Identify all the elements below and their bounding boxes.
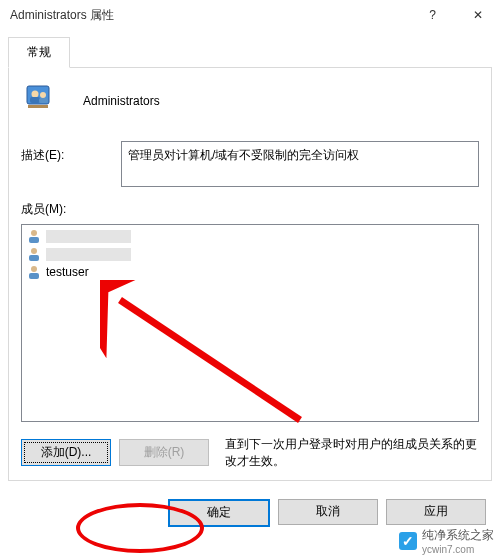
group-icon <box>25 82 59 119</box>
apply-button[interactable]: 应用 <box>386 499 486 525</box>
member-name: testuser <box>46 265 89 279</box>
member-name <box>46 248 131 261</box>
dialog-buttons: 确定 取消 应用 <box>0 489 500 537</box>
description-label: 描述(E): <box>21 141 121 164</box>
ok-button[interactable]: 确定 <box>168 499 270 527</box>
content: 常规 Administrators 描述(E): 成员(M): <box>0 30 500 489</box>
svg-point-10 <box>31 266 37 272</box>
help-button[interactable]: ? <box>410 0 455 30</box>
user-icon <box>26 228 42 244</box>
description-input[interactable] <box>121 141 479 187</box>
tab-general[interactable]: 常规 <box>8 37 70 68</box>
svg-rect-9 <box>29 255 39 261</box>
svg-point-1 <box>32 91 39 98</box>
window-title: Administrators 属性 <box>10 7 410 24</box>
svg-point-8 <box>31 248 37 254</box>
svg-rect-7 <box>29 237 39 243</box>
titlebar: Administrators 属性 ? ✕ <box>0 0 500 30</box>
user-icon <box>26 246 42 262</box>
member-actions: 添加(D)... 删除(R) 直到下一次用户登录时对用户的组成员关系的更改才生效… <box>21 436 479 470</box>
membership-note: 直到下一次用户登录时对用户的组成员关系的更改才生效。 <box>225 436 479 470</box>
svg-rect-5 <box>28 105 48 108</box>
svg-rect-2 <box>30 97 40 103</box>
group-header: Administrators <box>21 82 479 119</box>
group-name: Administrators <box>83 94 160 108</box>
add-button[interactable]: 添加(D)... <box>21 439 111 466</box>
watermark-url: ycwin7.com <box>422 544 494 555</box>
members-listbox[interactable]: testuser <box>21 224 479 422</box>
remove-button: 删除(R) <box>119 439 209 466</box>
description-row: 描述(E): <box>21 141 479 187</box>
list-item[interactable] <box>24 227 476 245</box>
members-label: 成员(M): <box>21 201 479 218</box>
list-item[interactable] <box>24 245 476 263</box>
svg-point-6 <box>31 230 37 236</box>
user-icon <box>26 264 42 280</box>
cancel-button[interactable]: 取消 <box>278 499 378 525</box>
tabstrip: 常规 <box>8 36 492 68</box>
tab-panel-general: Administrators 描述(E): 成员(M): <box>8 68 492 481</box>
svg-rect-4 <box>39 98 48 103</box>
svg-rect-11 <box>29 273 39 279</box>
list-item[interactable]: testuser <box>24 263 476 281</box>
svg-point-3 <box>40 92 46 98</box>
member-name <box>46 230 131 243</box>
close-button[interactable]: ✕ <box>455 0 500 30</box>
